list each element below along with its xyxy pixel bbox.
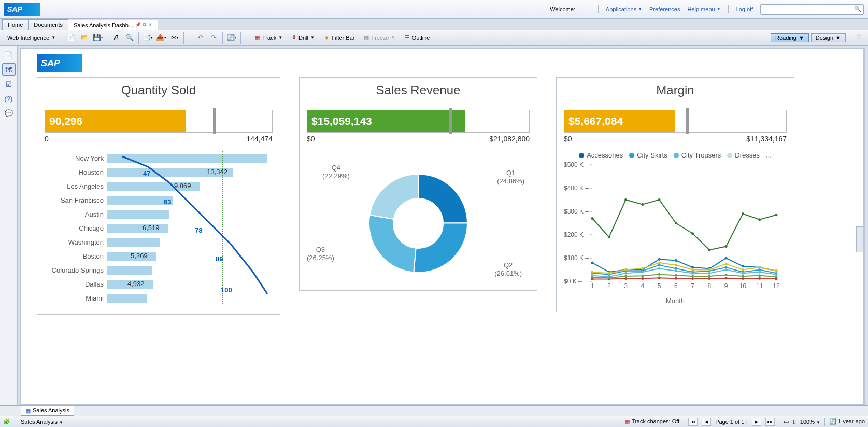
sheet-tab-sales-analysis[interactable]: ▦Sales Analysis <box>21 406 74 416</box>
svg-point-50 <box>725 268 728 271</box>
print-button[interactable]: 🖨 <box>110 32 122 44</box>
side-comments-icon[interactable]: 💬 <box>2 107 16 119</box>
slice-label-q3: Q3(26.25%) <box>307 246 334 263</box>
undo-button[interactable]: ↶ <box>194 32 206 44</box>
status-analysis-menu[interactable]: Sales Analysis ▼ <box>21 419 63 425</box>
mail-button[interactable]: ✉▾ <box>169 32 180 44</box>
svg-point-82 <box>658 273 661 276</box>
history-button[interactable]: 📑▾ <box>142 32 153 44</box>
outline-button[interactable]: ☰Outline <box>401 32 434 44</box>
scale-max: 144,474 <box>246 135 273 143</box>
save-button[interactable]: 💾▾ <box>92 32 104 44</box>
prev-page-button[interactable]: ◀ <box>702 418 711 426</box>
svg-point-8 <box>624 198 627 201</box>
bar-category-label: Houston <box>45 168 107 176</box>
line-chart: $0 K –$100 K –$200 K –$300 K –$400 K –$5… <box>564 162 781 297</box>
svg-point-73 <box>708 277 710 280</box>
tab-home[interactable]: Home <box>2 19 29 30</box>
svg-point-85 <box>708 275 710 278</box>
legend-item: City Trousers <box>674 151 721 159</box>
sap-logo: SAP <box>4 3 40 16</box>
help-menu[interactable]: Help menu▼ <box>687 6 720 12</box>
side-controls-icon[interactable]: ☑ <box>2 78 16 90</box>
x-axis-label: Month <box>564 297 787 305</box>
side-document-icon[interactable]: 📄 <box>2 49 16 61</box>
pin-icon[interactable]: 📌 <box>135 22 141 28</box>
svg-point-63 <box>742 268 744 271</box>
panel-title: Quantity Sold <box>45 83 273 97</box>
svg-point-75 <box>742 277 744 280</box>
bar-row: Chicago 6,519 <box>45 221 273 235</box>
scale-max: $21,082,800 <box>489 135 530 143</box>
svg-point-47 <box>675 269 677 272</box>
svg-point-44 <box>624 272 627 275</box>
svg-point-81 <box>641 275 644 277</box>
svg-point-11 <box>675 222 677 224</box>
open-button[interactable]: 📂 <box>79 32 90 44</box>
svg-point-35 <box>675 267 677 270</box>
side-navigation-icon[interactable]: 🗺 <box>2 63 16 76</box>
scale-max: $11,334,167 <box>746 135 787 143</box>
donut-chart: Q1(24.86%) Q2(26.61%) Q3(26.25%) Q4(22.2… <box>307 164 530 283</box>
bullet-value: $5,667,084 <box>564 110 675 132</box>
svg-point-70 <box>658 277 661 279</box>
close-icon[interactable]: ✕ <box>148 22 152 28</box>
svg-point-15 <box>742 212 744 215</box>
tab-documents[interactable]: Documents <box>28 19 68 30</box>
svg-point-61 <box>708 268 710 271</box>
design-mode-button[interactable]: Design▼ <box>811 33 846 42</box>
tab-sales-analysis[interactable]: Sales Analysis Dashb... 📌 ⧉ ✕ <box>68 20 158 30</box>
reading-mode-button[interactable]: Reading▼ <box>771 33 809 42</box>
svg-point-23 <box>675 259 677 262</box>
svg-point-71 <box>675 277 677 280</box>
scroll-canvas-right[interactable] <box>856 226 863 252</box>
filter-bar-button[interactable]: ▼Filter Bar <box>320 32 359 44</box>
freeze-button[interactable]: ▦Freeze▼ <box>360 32 399 44</box>
bar-category-label: Austin <box>45 210 107 218</box>
svg-point-60 <box>691 268 694 271</box>
bullet-chart: 90,296 <box>45 110 273 133</box>
separator <box>598 5 599 13</box>
next-page-button[interactable]: ▶ <box>752 418 761 426</box>
track-button[interactable]: ▦Track▼ <box>251 32 286 44</box>
slice-label-q1: Q1(24.86%) <box>497 169 524 186</box>
panel-title: Sales Revenue <box>307 83 530 97</box>
redo-button[interactable]: ↷ <box>208 32 219 44</box>
logoff-link[interactable]: Log off <box>736 6 753 12</box>
app-label[interactable]: Web Intelligence▼ <box>4 35 59 41</box>
svg-point-34 <box>658 264 661 266</box>
find-button[interactable]: 🔍 <box>124 32 135 44</box>
preferences-link[interactable]: Preferences <box>649 6 680 12</box>
search-icon: 🔍 <box>854 6 861 12</box>
side-help-icon[interactable]: (?) <box>2 92 16 105</box>
fit-width-icon[interactable]: ▭ <box>784 418 789 425</box>
zoom-level[interactable]: 100% ▼ <box>800 419 820 425</box>
fit-page-icon[interactable]: ▯ <box>793 418 796 425</box>
bullet-chart: $15,059,143 <box>307 110 530 133</box>
bullet-target-marker <box>213 108 216 134</box>
scale-min: 0 <box>45 135 49 143</box>
new-doc-button[interactable]: 📄 <box>65 32 77 44</box>
popout-icon[interactable]: ⧉ <box>143 22 146 28</box>
track-changes-status[interactable]: ▦ Track changes: Off <box>625 418 679 425</box>
svg-point-17 <box>775 214 778 216</box>
global-search[interactable]: 🔍 <box>760 4 864 15</box>
refresh-age[interactable]: 🔄 1 year ago <box>829 418 865 425</box>
panel-title: Margin <box>564 83 787 97</box>
drill-button[interactable]: ⬇Drill▼ <box>288 32 318 44</box>
applications-menu[interactable]: Applications▼ <box>606 6 642 12</box>
help-button[interactable]: ❔ <box>852 32 864 44</box>
refresh-button[interactable]: 🔄▾ <box>226 32 237 44</box>
addon-icon[interactable]: 🧩 <box>3 418 10 425</box>
export-button[interactable]: 📤▾ <box>155 32 167 44</box>
bar-category-label: Boston <box>45 252 107 260</box>
last-page-button[interactable]: ⏭ <box>765 418 775 426</box>
svg-point-26 <box>725 257 728 260</box>
sheet-icon: ▦ <box>25 407 31 414</box>
bar-row: Boston 5,269 <box>45 249 273 263</box>
svg-point-56 <box>624 268 627 271</box>
welcome-label: Welcome: <box>550 6 591 12</box>
svg-point-84 <box>691 275 694 278</box>
first-page-button[interactable]: ⏮ <box>688 418 698 426</box>
svg-point-9 <box>641 203 644 206</box>
